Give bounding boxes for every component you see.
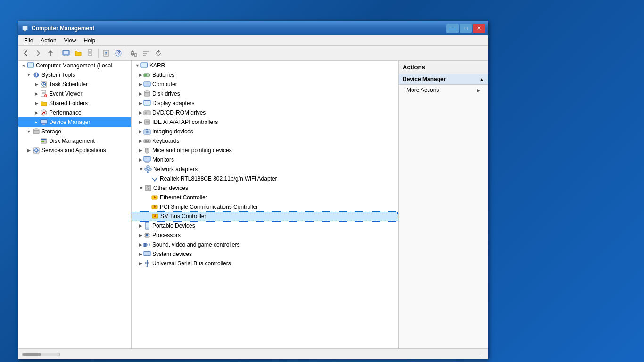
svg-rect-85 — [149, 168, 151, 170]
actions-section-device-manager[interactable]: Device Manager ▲ — [399, 74, 488, 85]
mice-expand[interactable]: ▶ — [139, 148, 142, 153]
shared-folders-expand[interactable]: ▶ — [33, 100, 39, 106]
services-expand[interactable]: ▶ — [26, 148, 32, 153]
dvd-label: DVD/CD-ROM drives — [152, 109, 206, 116]
ethernet-controller-item[interactable]: ▶ Ethernet Controller — [132, 193, 398, 202]
svg-rect-40 — [41, 120, 47, 123]
disk-drives-expand[interactable]: ▶ — [139, 91, 142, 96]
folder-button[interactable] — [73, 48, 84, 59]
network-adapters-item[interactable]: ▼ Network adapters — [132, 165, 398, 174]
svg-rect-27 — [36, 73, 37, 75]
storage-item[interactable]: ▼ Storage — [18, 127, 131, 136]
processors-expand[interactable]: ▶ — [139, 233, 142, 238]
batteries-label: Batteries — [152, 72, 174, 78]
device-root[interactable]: ▼ KARR — [132, 61, 398, 70]
services-applications-item[interactable]: ▶ Services and Applications — [18, 146, 131, 155]
svg-rect-78 — [145, 141, 149, 142]
display-adapters-item[interactable]: ▶ Display adapters — [132, 99, 398, 108]
forward-button[interactable] — [33, 48, 44, 59]
svg-rect-55 — [143, 67, 146, 68]
svg-rect-76 — [146, 140, 147, 141]
event-viewer-expand[interactable]: ▶ — [33, 91, 39, 97]
dvd-expand[interactable]: ▶ — [139, 110, 142, 115]
keyboards-expand[interactable]: ▶ — [139, 139, 142, 143]
disk-management-icon — [40, 137, 48, 145]
task-scheduler-item[interactable]: ▶ Task Scheduler — [18, 80, 131, 89]
smbus-item[interactable]: ▶ SM Bus Controller — [132, 212, 398, 221]
tree-root[interactable]: ◄ Computer Management (Local — [18, 61, 131, 70]
close-button[interactable]: ✕ — [473, 24, 485, 33]
system-tools-expand[interactable]: ▼ — [26, 72, 32, 78]
menu-help[interactable]: Help — [80, 36, 99, 45]
ide-controllers-item[interactable]: ▶ IDE ATA/ATAPI controllers — [132, 117, 398, 127]
imaging-devices-item[interactable]: ▶ Imaging devices — [132, 127, 398, 136]
expand-button[interactable] — [128, 48, 140, 59]
properties-button[interactable] — [100, 48, 112, 59]
batteries-item[interactable]: ▶ Batteries — [132, 70, 398, 80]
monitors-expand[interactable]: ▶ — [139, 157, 142, 162]
portable-expand[interactable]: ▶ — [139, 223, 142, 228]
ide-expand[interactable]: ▶ — [139, 120, 142, 124]
actions-panel: Actions Device Manager ▲ More Actions ▶ — [398, 61, 488, 348]
dvd-drives-item[interactable]: ▶ DVD/CD-ROM drives — [132, 108, 398, 117]
computer-button[interactable] — [60, 48, 72, 59]
mice-item[interactable]: ▶ Mice and other pointing devices — [132, 146, 398, 155]
center-panel: ▼ KARR ▶ — [132, 61, 398, 348]
svg-rect-60 — [144, 82, 150, 86]
pci-controller-item[interactable]: ▶ PCI Simple Communications Controller — [132, 202, 398, 212]
monitors-item[interactable]: ▶ Monitors — [132, 155, 398, 165]
processors-item[interactable]: ▶ Processors — [132, 230, 398, 240]
imaging-expand[interactable]: ▶ — [139, 129, 142, 134]
minimize-button[interactable]: — — [446, 24, 459, 33]
svg-rect-73 — [146, 129, 148, 130]
refresh-button[interactable] — [153, 48, 164, 59]
sysdev-expand[interactable]: ▶ — [139, 252, 142, 256]
usb-expand[interactable]: ▶ — [139, 261, 142, 266]
svg-rect-114 — [144, 252, 150, 255]
disk-drives-item[interactable]: ▶ Disk drives — [132, 89, 398, 99]
menu-action[interactable]: Action — [37, 36, 60, 45]
display-expand[interactable]: ▶ — [139, 101, 142, 106]
computer-expand[interactable]: ▶ — [139, 82, 142, 87]
performance-item[interactable]: ▶ Performance — [18, 108, 131, 117]
realtek-item[interactable]: ▶ Realtek RTL8188CE 802.11b/g/n WiFi Ada… — [132, 174, 398, 183]
usb-controllers-item[interactable]: ▶ Universal Serial Bus controllers — [132, 259, 398, 268]
keyboards-item[interactable]: ▶ Keyboards — [132, 136, 398, 146]
sound-item[interactable]: ▶ Sound, video and game controllers — [132, 240, 398, 249]
performance-expand[interactable]: ▶ — [33, 110, 39, 115]
event-viewer-item[interactable]: ▶ ! Event Viewer — [18, 89, 131, 99]
maximize-button[interactable]: □ — [460, 24, 472, 33]
document-button[interactable] — [85, 48, 96, 59]
help-button[interactable]: ? — [113, 48, 124, 59]
collapse-button[interactable] — [140, 48, 152, 59]
menu-view[interactable]: View — [60, 36, 80, 45]
status-bar — [18, 348, 488, 359]
network-expand[interactable]: ▼ — [139, 167, 143, 172]
svg-rect-22 — [143, 55, 146, 56]
system-tools-item[interactable]: ▼ System Tools — [18, 70, 131, 80]
status-text — [22, 351, 476, 357]
up-button[interactable] — [45, 48, 56, 59]
computer-item[interactable]: ▶ Computer — [132, 80, 398, 89]
shared-folders-item[interactable]: ▶ Shared Folders — [18, 99, 131, 108]
storage-expand[interactable]: ▼ — [26, 129, 32, 134]
task-scheduler-expand[interactable]: ▶ — [33, 82, 39, 87]
more-actions-item[interactable]: More Actions ▶ — [399, 85, 488, 95]
batteries-expand[interactable]: ▶ — [139, 73, 142, 77]
other-devices-item[interactable]: ▼ ? Other devices — [132, 183, 398, 193]
disk-management-item[interactable]: ▶ Disk Management — [18, 136, 131, 146]
svg-rect-77 — [148, 140, 149, 141]
back-button[interactable] — [20, 48, 32, 59]
processors-icon — [143, 231, 151, 239]
system-devices-item[interactable]: ▶ System devices — [132, 249, 398, 259]
menu-file[interactable]: File — [20, 36, 37, 45]
device-root-icon — [140, 62, 148, 69]
portable-devices-item[interactable]: ▶ Portable Devices — [132, 221, 398, 230]
svg-rect-24 — [28, 63, 33, 67]
other-expand[interactable]: ▼ — [139, 186, 143, 190]
sound-expand[interactable]: ▶ — [139, 242, 142, 247]
shared-folders-label: Shared Folders — [49, 100, 88, 107]
device-manager-item[interactable]: ▸ Device Manager — [18, 117, 131, 127]
performance-label: Performance — [49, 109, 82, 116]
title-bar-icon — [21, 25, 29, 32]
